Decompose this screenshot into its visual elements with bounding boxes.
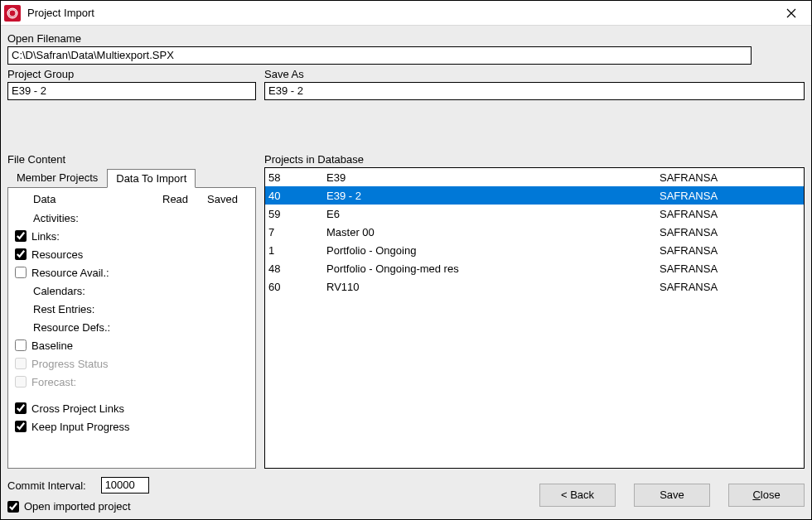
project-id: 60 [268, 281, 326, 293]
cross-project-links-label: Cross Project Links [31, 402, 124, 415]
project-name: Master 00 [326, 226, 660, 238]
keep-input-progress-checkbox[interactable] [15, 421, 27, 432]
project-row[interactable]: 60RV110SAFRANSA [265, 277, 804, 296]
open-imported-row: Open imported project [7, 500, 149, 513]
keep-input-progress-label: Keep Input Progress [31, 421, 130, 433]
open-filename-label: Open Filename [7, 31, 805, 45]
file-content-label: File Content [7, 152, 256, 166]
project-name: Portfolio - Ongoing-med res [326, 262, 660, 275]
project-name: E39 [326, 171, 660, 184]
project-owner: SAFRANSA [660, 262, 800, 275]
title-bar: Project Import [1, 1, 811, 26]
progress-status-checkbox [15, 358, 27, 369]
project-row[interactable]: 48Portfolio - Ongoing-med resSAFRANSA [265, 259, 804, 277]
row-progress-status: Progress Status [15, 354, 249, 373]
window-title: Project Import [27, 7, 775, 19]
bottom-row: Commit Interval: 10000 Open imported pro… [7, 470, 805, 513]
project-owner: SAFRANSA [660, 190, 800, 202]
row-activities: Activities: [15, 209, 249, 227]
save-button[interactable]: Save [634, 484, 710, 507]
project-name: RV110 [326, 281, 660, 293]
row-rest-entries: Rest Entries: [15, 300, 249, 318]
project-row[interactable]: 58E39SAFRANSA [265, 168, 804, 186]
row-baseline: Baseline [15, 336, 249, 354]
project-name: Portfolio - Ongoing [326, 244, 660, 257]
open-imported-label: Open imported project [24, 500, 131, 513]
row-resource-defs: Resource Defs.: [15, 318, 249, 336]
forecast-checkbox [15, 376, 27, 388]
project-name: E39 - 2 [326, 190, 660, 202]
close-button[interactable]: Close [728, 484, 805, 507]
project-id: 48 [268, 262, 326, 275]
rest-entries-label: Rest Entries: [33, 303, 94, 315]
row-forecast: Forecast: [15, 373, 249, 391]
project-owner: SAFRANSA [660, 208, 800, 220]
project-row[interactable]: 40E39 - 2SAFRANSA [265, 186, 804, 205]
row-resource-avail: Resource Avail.: [15, 263, 249, 282]
row-cross-project-links: Cross Project Links [15, 399, 249, 417]
tab-member-projects[interactable]: Member Projects [7, 168, 107, 187]
links-label: Links: [31, 230, 60, 243]
cross-project-links-checkbox[interactable] [15, 402, 27, 414]
save-as-field[interactable]: E39 - 2 [264, 82, 805, 100]
project-id: 1 [268, 244, 326, 257]
open-filename-field[interactable]: C:\D\Safran\Data\Multiexport.SPX [7, 46, 752, 65]
project-name: E6 [326, 208, 660, 220]
resources-checkbox[interactable] [15, 248, 27, 260]
progress-status-label: Progress Status [31, 358, 109, 370]
close-icon [786, 8, 796, 18]
project-owner: SAFRANSA [660, 281, 800, 293]
project-owner: SAFRANSA [660, 171, 800, 184]
dialog-content: Open Filename C:\D\Safran\Data\Multiexpo… [1, 26, 811, 519]
project-owner: SAFRANSA [660, 244, 800, 257]
project-id: 40 [268, 190, 326, 202]
project-id: 58 [268, 171, 326, 184]
links-checkbox[interactable] [15, 230, 27, 242]
project-row[interactable]: 59E6SAFRANSA [265, 205, 804, 223]
baseline-label: Baseline [31, 339, 73, 352]
project-row[interactable]: 1Portfolio - OngoingSAFRANSA [265, 241, 804, 259]
projects-in-database-list[interactable]: 58E39SAFRANSA40E39 - 2SAFRANSA59E6SAFRAN… [264, 167, 805, 469]
project-row[interactable]: 7Master 00SAFRANSA [265, 223, 804, 241]
bottom-buttons: < Back Save Close [539, 484, 805, 507]
project-owner: SAFRANSA [660, 226, 800, 238]
resource-avail-checkbox[interactable] [15, 267, 27, 278]
project-group-label: Project Group [7, 66, 256, 80]
app-icon [4, 5, 21, 22]
data-column-headers: Data Read Saved [15, 193, 249, 205]
window-close-button[interactable] [775, 1, 808, 26]
resource-avail-label: Resource Avail.: [31, 267, 109, 279]
back-button[interactable]: < Back [539, 484, 616, 507]
baseline-checkbox[interactable] [15, 339, 27, 351]
project-import-dialog: Project Import Open Filename C:\D\Safran… [0, 0, 812, 520]
col-read: Read [162, 193, 207, 205]
data-to-import-body: Data Read Saved Activities: Links: Resou… [7, 187, 256, 469]
row-links: Links: [15, 227, 249, 245]
calendars-label: Calendars: [33, 285, 85, 297]
resource-defs-label: Resource Defs.: [33, 321, 110, 334]
projects-in-database-label: Projects in Database [264, 152, 805, 166]
close-button-rest: lose [761, 489, 781, 501]
row-calendars: Calendars: [15, 282, 249, 300]
forecast-label: Forecast: [31, 376, 76, 388]
row-resources: Resources [15, 245, 249, 263]
project-group-field[interactable]: E39 - 2 [7, 82, 256, 100]
tab-data-to-import[interactable]: Data To Import [107, 169, 196, 188]
open-imported-checkbox[interactable] [7, 501, 19, 513]
save-as-label: Save As [264, 66, 805, 80]
resources-label: Resources [31, 248, 83, 261]
col-saved: Saved [207, 193, 249, 205]
commit-interval-label: Commit Interval: [7, 479, 86, 492]
project-id: 59 [268, 208, 326, 220]
close-button-mnemonic: C [752, 489, 760, 501]
tab-strip: Member Projects Data To Import [7, 167, 256, 187]
row-keep-input-progress: Keep Input Progress [15, 417, 249, 436]
commit-interval-field[interactable]: 10000 [101, 477, 149, 494]
file-content-panel: Member Projects Data To Import Data Read… [7, 167, 256, 469]
bottom-left: Commit Interval: 10000 Open imported pro… [7, 477, 149, 513]
project-id: 7 [268, 226, 326, 238]
activities-label: Activities: [33, 212, 79, 224]
col-data: Data [15, 193, 162, 205]
